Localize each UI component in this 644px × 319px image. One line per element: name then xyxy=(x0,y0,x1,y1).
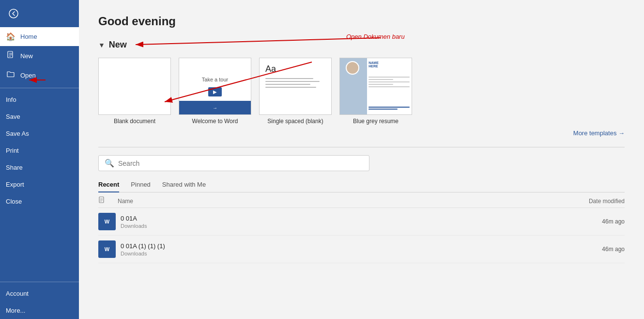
welcome-thumb: Take a tour ▶ → xyxy=(179,58,251,115)
file-header-name: Name xyxy=(118,198,528,205)
sidebar-item-more[interactable]: More... xyxy=(0,302,79,319)
sidebar-item-new[interactable]: New xyxy=(0,46,79,65)
resume-blue-line-1 xyxy=(368,107,410,108)
sidebar-item-info[interactable]: Info xyxy=(0,91,79,108)
single-spaced-thumb: Aa xyxy=(259,58,332,115)
take-a-tour-text: Take a tour xyxy=(202,77,228,82)
greeting-text: Good evening xyxy=(98,15,625,28)
templates-row: Blank document Take a tour ▶ → Welcome t… xyxy=(98,58,625,125)
resume-blue-lines xyxy=(368,107,410,111)
word-icon-1: W xyxy=(98,213,116,230)
single-line-2 xyxy=(265,81,320,82)
sidebar-item-close[interactable]: Close xyxy=(0,193,79,210)
file-header-icon-col xyxy=(98,196,118,206)
open-folder-icon xyxy=(6,70,15,80)
single-aa-text: Aa xyxy=(265,64,276,74)
new-section-header: ▼ New xyxy=(98,40,625,50)
sidebar-item-account[interactable]: Account xyxy=(0,285,79,302)
resume-content-col xyxy=(368,62,410,112)
resume-line-2 xyxy=(368,79,393,80)
template-blank[interactable]: Blank document xyxy=(98,58,171,125)
file-path-1: Downloads xyxy=(121,223,528,229)
sidebar-item-export[interactable]: Export xyxy=(0,176,79,193)
sidebar-item-share[interactable]: Share xyxy=(0,159,79,176)
file-info-1: 0 01A Downloads xyxy=(121,215,528,229)
file-row-1[interactable]: W 0 01A Downloads 46m ago xyxy=(98,208,625,236)
tab-shared[interactable]: Shared with Me xyxy=(162,181,206,192)
resume-line-1 xyxy=(368,77,410,78)
tab-pinned[interactable]: Pinned xyxy=(131,181,150,192)
file-list-header: Name Date modified xyxy=(98,192,625,208)
resume-lines xyxy=(368,77,410,87)
search-icon: 🔍 xyxy=(105,159,114,168)
chevron-down-icon[interactable]: ▼ xyxy=(98,41,105,49)
sidebar-item-save[interactable]: Save xyxy=(0,108,79,125)
single-line-3 xyxy=(265,84,310,85)
sidebar-item-print[interactable]: Print xyxy=(0,142,79,159)
tabs: Recent Pinned Shared with Me xyxy=(98,181,625,192)
template-welcome-label: Welcome to Word xyxy=(192,118,238,125)
resume-photo xyxy=(346,61,359,75)
template-single-label: Single spaced (blank) xyxy=(267,118,323,125)
file-name-2: 0 01A (1) (1) (1) xyxy=(121,242,528,250)
svg-point-0 xyxy=(9,9,18,18)
home-icon: 🏠 xyxy=(6,32,15,41)
blank-thumb xyxy=(98,58,171,115)
single-line-4 xyxy=(265,87,316,88)
template-blank-label: Blank document xyxy=(114,118,155,125)
tab-recent[interactable]: Recent xyxy=(98,181,119,192)
template-welcome[interactable]: Take a tour ▶ → Welcome to Word xyxy=(179,58,251,125)
file-date-2: 46m ago xyxy=(528,246,625,253)
resume-thumb: NAMEHERE xyxy=(339,58,412,115)
sidebar-item-home[interactable]: 🏠 Home xyxy=(0,27,79,46)
single-lines xyxy=(265,78,325,88)
welcome-banner-arrow: → xyxy=(213,105,217,111)
sidebar-item-save-as[interactable]: Save As xyxy=(0,125,79,142)
word-icon-2: W xyxy=(98,240,116,258)
sidebar-divider-2 xyxy=(0,282,79,282)
file-list: Name Date modified W 0 01A Downloads 46m… xyxy=(98,192,625,263)
single-line-1 xyxy=(265,78,313,79)
file-path-2: Downloads xyxy=(121,251,528,256)
sidebar: 🏠 Home New Open Info Save Save As Print … xyxy=(0,0,79,319)
search-bar: 🔍 xyxy=(98,155,369,171)
sidebar-item-open[interactable]: Open xyxy=(0,65,79,85)
sidebar-bottom: Account More... xyxy=(0,279,79,319)
sidebar-divider-1 xyxy=(0,88,79,88)
file-name-1: 0 01A xyxy=(121,215,528,222)
file-date-1: 46m ago xyxy=(528,218,625,225)
file-info-2: 0 01A (1) (1) (1) Downloads xyxy=(121,242,528,256)
welcome-tour-button[interactable]: ▶ xyxy=(208,87,222,96)
svg-rect-2 xyxy=(99,197,104,203)
resume-line-5 xyxy=(368,86,410,87)
search-input[interactable] xyxy=(118,160,363,167)
new-section-title: New xyxy=(109,40,127,50)
more-templates-link[interactable]: More templates → xyxy=(573,129,625,137)
template-blue-grey-resume[interactable]: NAMEHERE Blue grey resume xyxy=(339,58,412,125)
file-row-2[interactable]: W 0 01A (1) (1) (1) Downloads 46m ago xyxy=(98,236,625,263)
back-button[interactable] xyxy=(4,4,23,23)
template-single-spaced[interactable]: Aa Single spaced (blank) xyxy=(259,58,332,125)
template-resume-label: Blue grey resume xyxy=(353,118,399,125)
more-templates: More templates → xyxy=(98,128,625,137)
section-divider xyxy=(98,147,625,147)
resume-line-3 xyxy=(368,81,410,82)
main-content: Good evening ▼ New Blank document Take a… xyxy=(79,0,644,319)
file-header-date: Date modified xyxy=(528,198,625,205)
resume-line-4 xyxy=(368,84,393,85)
new-document-icon xyxy=(6,51,15,61)
resume-blue-line-2 xyxy=(368,109,397,110)
